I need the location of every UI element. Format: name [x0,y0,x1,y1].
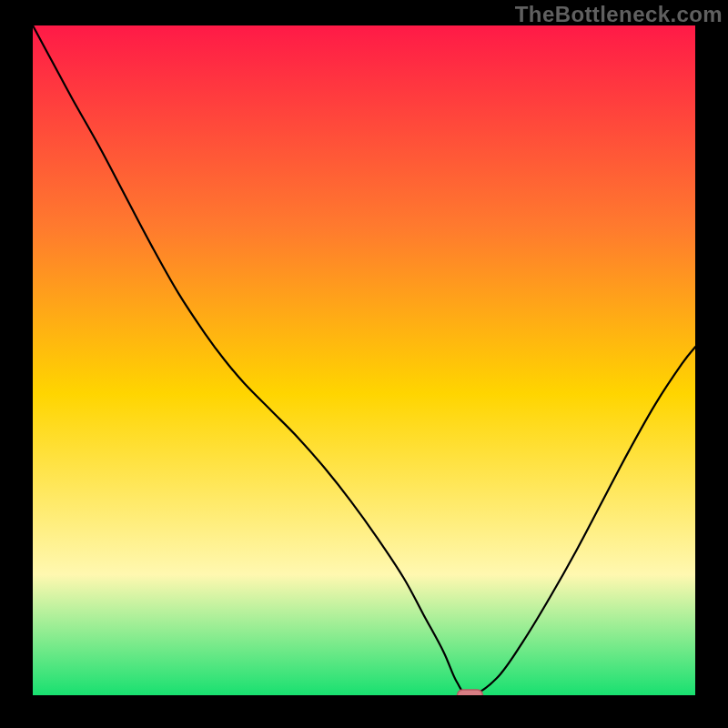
watermark-text: TheBottleneck.com [515,2,723,27]
chart-svg [33,25,695,695]
optimal-point-marker [457,690,482,695]
chart-frame: TheBottleneck.com [0,0,728,728]
gradient-background [33,25,695,695]
plot-area [33,25,695,695]
